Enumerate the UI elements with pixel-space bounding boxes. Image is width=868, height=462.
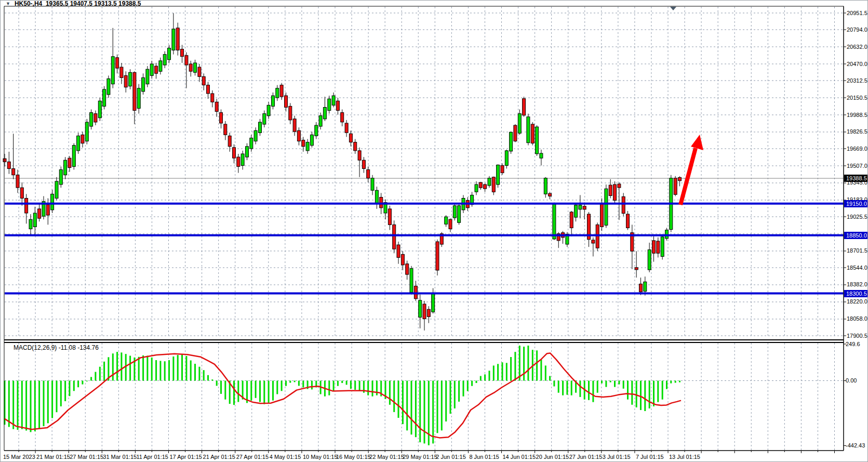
price-axis-label: 20470.0 xyxy=(847,61,867,67)
time-axis-label: 11 Apr 01:15 xyxy=(136,454,168,460)
time-axis-label: 3 Jul 01:15 xyxy=(603,454,631,460)
time-axis-label: 7 Jul 01:15 xyxy=(636,454,664,460)
up-arrow-annotation[interactable] xyxy=(680,135,703,205)
time-axis-label: 10 May 01:15 xyxy=(303,454,338,460)
time-axis-label: 20 Jun 01:15 xyxy=(536,454,569,460)
price-axis-label: 20312.5 xyxy=(847,77,867,84)
macd-indicator-label: MACD(12,26,9) -11.08 -134.76 xyxy=(14,344,99,351)
chart-canvas[interactable] xyxy=(1,1,868,462)
price-axis-label: 19669.0 xyxy=(847,146,867,152)
price-axis-label: 20794.0 xyxy=(847,27,867,33)
dropdown-triangle-icon[interactable]: ▼ xyxy=(6,1,10,6)
time-axis-label: 29 May 01:15 xyxy=(403,454,437,460)
symbol-ohlc-title: HK50-,H4 19365.5 19407.5 19313.5 19388.5 xyxy=(15,0,141,7)
macd-axis-label: 249.6 xyxy=(846,341,860,347)
time-axis-label: 27 Mar 01:15 xyxy=(70,454,103,460)
time-axis-label: 2 Jun 01:15 xyxy=(436,454,466,460)
time-axis-label: 22 May 01:15 xyxy=(369,454,404,460)
hline-price-tag: 18300.5 xyxy=(844,290,868,297)
price-axis-label: 18701.5 xyxy=(847,247,867,254)
macd-axis-label: -442.43 xyxy=(846,442,865,448)
price-axis-label: 19025.5 xyxy=(847,214,867,220)
time-axis-label: 27 Apr 01:15 xyxy=(236,454,269,460)
time-axis-label: 27 Jun 01:15 xyxy=(569,454,603,460)
time-axis-label: 17 Apr 01:15 xyxy=(170,454,202,460)
price-axis-label: 20951.5 xyxy=(847,10,867,16)
chart-title-row: ▼ HK50-,H4 19365.5 19407.5 19313.5 19388… xyxy=(6,1,141,7)
time-axis-label: 21 Apr 01:15 xyxy=(203,454,235,460)
macd-histogram xyxy=(4,346,681,445)
price-axis-label: 18058.0 xyxy=(847,315,867,322)
time-axis-label: 16 May 01:15 xyxy=(336,454,371,460)
time-axis-label: 15 Mar 2023 xyxy=(3,454,35,460)
time-axis-label: 8 Jun 01:15 xyxy=(469,454,499,460)
price-axis-label: 18544.0 xyxy=(847,265,867,271)
price-axis-label: 18220.0 xyxy=(847,298,867,305)
price-axis-label: 19507.0 xyxy=(847,163,867,169)
hline-price-tag: 19150.0 xyxy=(844,200,868,207)
time-axis-label: 21 Mar 01:15 xyxy=(36,454,70,460)
price-axis-label: 19988.5 xyxy=(847,112,867,118)
candles-layer xyxy=(3,13,682,331)
macd-axis-label: 0.00 xyxy=(846,377,857,384)
price-axis-label: 20150.5 xyxy=(847,95,867,101)
hline-price-tag: 18850.0 xyxy=(844,232,868,239)
time-axis-label: 13 Jul 01:15 xyxy=(669,454,700,460)
mt4-chart-window: ▼ HK50-,H4 19365.5 19407.5 19313.5 19388… xyxy=(0,0,868,462)
bar-position-marker-icon xyxy=(670,7,676,10)
time-axis-label: 4 May 01:15 xyxy=(270,454,301,460)
time-axis-label: 31 Mar 01:15 xyxy=(103,454,137,460)
time-axis-label: 14 Jun 01:15 xyxy=(503,454,536,460)
price-axis-label: 17900.5 xyxy=(847,333,867,339)
price-axis-label: 19826.5 xyxy=(847,128,867,135)
price-axis-label: 20632.0 xyxy=(847,44,867,50)
current-price-tag: 19388.5 xyxy=(844,175,868,182)
grid-vertical xyxy=(19,7,834,451)
price-axis-label: 18382.0 xyxy=(847,281,867,287)
